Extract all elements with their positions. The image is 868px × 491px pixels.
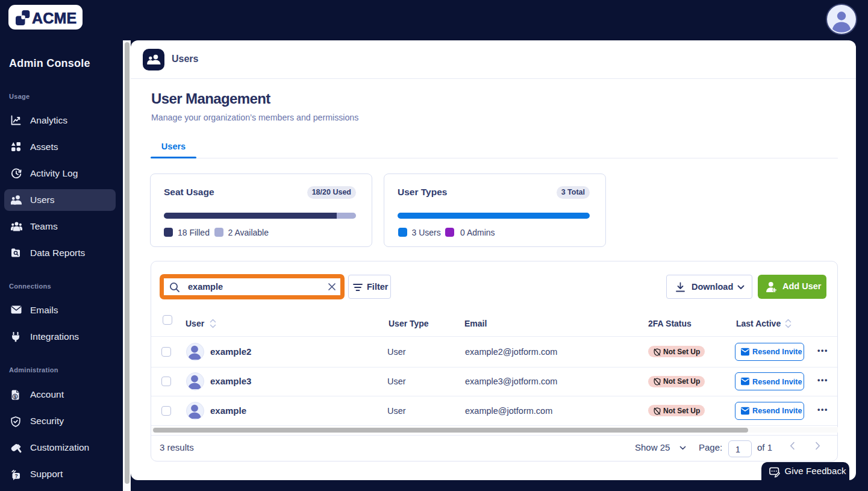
svg-text:?: ?	[14, 472, 17, 478]
